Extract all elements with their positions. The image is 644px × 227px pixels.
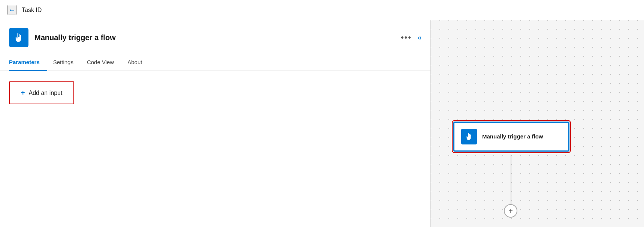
plus-icon: + bbox=[21, 89, 25, 97]
more-options-button[interactable]: ••• bbox=[401, 33, 412, 42]
add-step-button[interactable]: + bbox=[504, 204, 517, 218]
header-actions: ••• « bbox=[401, 33, 421, 42]
add-step-icon: + bbox=[508, 207, 513, 215]
node-icon-box bbox=[461, 129, 477, 144]
add-input-button[interactable]: + Add an input bbox=[9, 81, 74, 104]
tab-about[interactable]: About bbox=[127, 54, 149, 71]
add-input-label: Add an input bbox=[29, 90, 63, 96]
tab-code-view[interactable]: Code View bbox=[87, 54, 121, 71]
back-arrow-icon: ← bbox=[8, 6, 16, 14]
trigger-title: Manually trigger a flow bbox=[34, 33, 401, 42]
connector-line bbox=[511, 155, 511, 204]
hand-trigger-icon bbox=[13, 32, 24, 43]
node-title: Manually trigger a flow bbox=[482, 133, 543, 140]
page-title: Task ID bbox=[22, 7, 42, 14]
tab-parameters[interactable]: Parameters bbox=[9, 54, 47, 71]
top-header: ← Task ID bbox=[0, 0, 644, 20]
flow-node-card[interactable]: Manually trigger a flow bbox=[453, 122, 569, 152]
main-content: Manually trigger a flow ••• « Parameters… bbox=[0, 20, 644, 227]
trigger-header: Manually trigger a flow ••• « bbox=[0, 20, 430, 53]
back-button[interactable]: ← bbox=[7, 5, 16, 15]
tab-settings[interactable]: Settings bbox=[53, 54, 81, 71]
canvas-panel: Manually trigger a flow + bbox=[431, 20, 644, 227]
trigger-icon-box bbox=[9, 28, 28, 47]
left-panel: Manually trigger a flow ••• « Parameters… bbox=[0, 20, 431, 227]
collapse-button[interactable]: « bbox=[418, 34, 421, 42]
parameters-content: + Add an input bbox=[0, 71, 430, 227]
node-hand-icon bbox=[465, 132, 473, 141]
tabs-bar: Parameters Settings Code View About bbox=[0, 53, 430, 71]
